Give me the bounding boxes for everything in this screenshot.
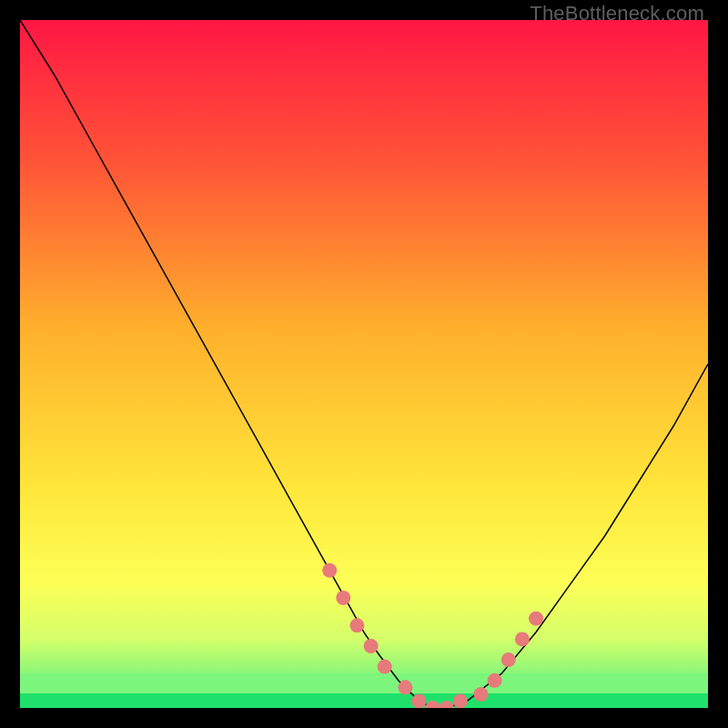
highlight-dot — [349, 618, 364, 632]
highlight-dot — [378, 660, 392, 674]
chart-frame — [20, 20, 708, 708]
highlight-dot — [364, 639, 379, 653]
bottleneck-chart — [20, 20, 708, 708]
green-band-dark — [20, 693, 708, 708]
highlight-dot — [501, 652, 516, 667]
highlight-dot — [515, 632, 530, 646]
highlight-dot — [488, 673, 502, 688]
gradient-background — [20, 20, 708, 708]
highlight-dot — [336, 591, 350, 605]
highlight-dot — [529, 612, 543, 626]
highlight-dot — [453, 693, 468, 708]
watermark-text: TheBottleneck.com — [530, 2, 704, 25]
highlight-dot — [322, 563, 337, 578]
green-band — [20, 673, 708, 693]
highlight-dot — [474, 687, 489, 702]
highlight-dot — [412, 693, 427, 708]
highlight-dot — [398, 680, 412, 694]
